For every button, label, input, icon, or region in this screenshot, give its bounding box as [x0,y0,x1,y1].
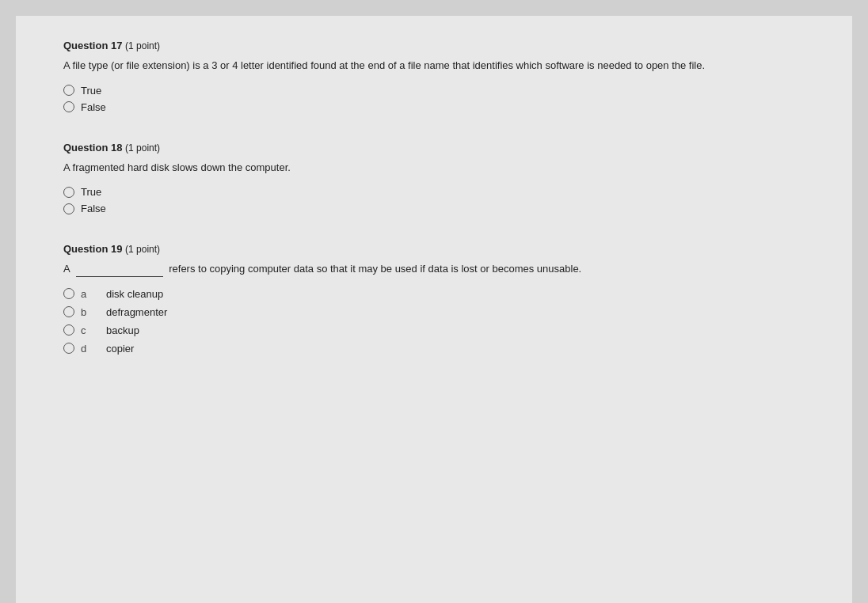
question-19-option-b[interactable]: b defragmenter [63,306,805,318]
question-18-block: Question 18 (1 point) A fragmented hard … [63,142,805,215]
q19-label-a: a [81,288,97,300]
question-17-points: (1 point) [125,40,160,51]
q19-text-a: disk cleanup [106,288,163,300]
question-19-option-d[interactable]: d copier [63,343,805,355]
q19-text-d: copier [106,343,134,355]
radio-q17-true[interactable] [63,85,74,96]
q18-true-label: True [81,186,101,198]
q19-label-b: b [81,306,97,318]
question-17-block: Question 17 (1 point) A file type (or fi… [63,40,805,113]
question-17-number: Question 17 [63,40,122,51]
radio-q18-true[interactable] [63,187,74,198]
q19-label-d: d [81,343,97,355]
radio-q19-a[interactable] [63,288,74,299]
question-18-options: True False [63,186,805,214]
radio-q17-false[interactable] [63,101,74,112]
question-19-points: (1 point) [125,244,160,255]
question-17-text: A file type (or file extension) is a 3 o… [63,58,713,74]
question-17-option-true[interactable]: True [63,85,805,97]
radio-q19-b[interactable] [63,306,74,317]
q17-true-label: True [81,85,101,97]
question-18-points: (1 point) [125,142,160,154]
q19-text-suffix: refers to copying computer data so that … [169,263,581,275]
question-18-option-true[interactable]: True [63,186,805,198]
question-19-option-a[interactable]: a disk cleanup [63,288,805,300]
radio-q19-c[interactable] [63,324,74,336]
q17-false-label: False [81,101,106,113]
question-19-block: Question 19 (1 point) A refers to copyin… [63,243,805,355]
question-19-number: Question 19 [63,243,122,255]
question-17-options: True False [63,85,805,113]
q19-text-b: defragmenter [106,306,167,318]
q19-label-c: c [81,324,97,336]
question-17-header: Question 17 (1 point) [63,40,805,51]
page-container: Question 17 (1 point) A file type (or fi… [16,16,852,603]
question-18-text: A fragmented hard disk slows down the co… [63,160,713,176]
question-18-number: Question 18 [63,142,122,154]
q19-text-prefix: A [63,263,70,275]
question-19-header: Question 19 (1 point) [63,243,805,255]
radio-q19-d[interactable] [63,343,74,354]
question-17-option-false[interactable]: False [63,101,805,113]
question-19-options: a disk cleanup b defragmenter c backup d… [63,288,805,355]
question-18-header: Question 18 (1 point) [63,142,805,154]
q19-blank [76,276,163,277]
question-19-text: A refers to copying computer data so tha… [63,261,713,277]
q19-text-c: backup [106,324,139,336]
question-18-option-false[interactable]: False [63,203,805,214]
q18-false-label: False [81,203,106,214]
question-19-option-c[interactable]: c backup [63,324,805,336]
radio-q18-false[interactable] [63,203,74,214]
